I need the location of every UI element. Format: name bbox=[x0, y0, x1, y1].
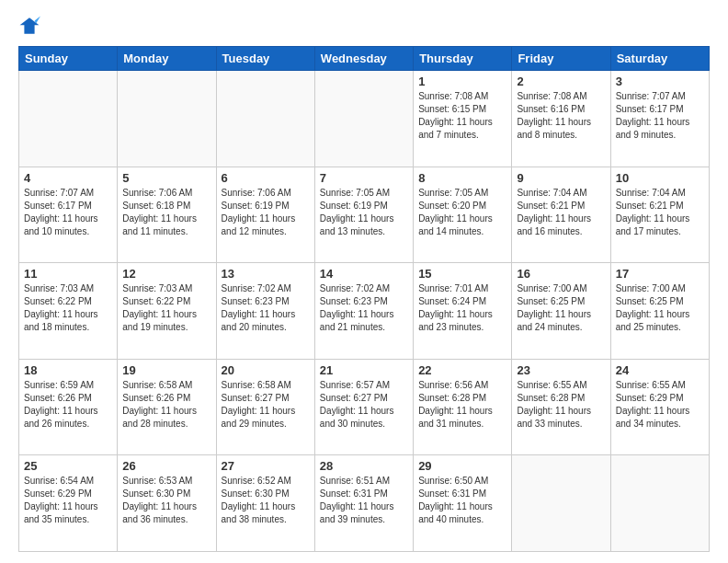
day-info: Sunrise: 7:05 AM Sunset: 6:19 PM Dayligh… bbox=[320, 187, 408, 238]
day-number: 26 bbox=[122, 459, 210, 473]
calendar-body: 1Sunrise: 7:08 AM Sunset: 6:15 PM Daylig… bbox=[19, 71, 710, 552]
day-number: 20 bbox=[222, 363, 310, 377]
day-info: Sunrise: 7:07 AM Sunset: 6:17 PM Dayligh… bbox=[616, 90, 704, 142]
day-number: 18 bbox=[24, 363, 112, 377]
day-number: 13 bbox=[222, 267, 310, 281]
calendar-cell: 13Sunrise: 7:02 AM Sunset: 6:23 PM Dayli… bbox=[216, 263, 314, 360]
calendar-cell: 26Sunrise: 6:53 AM Sunset: 6:30 PM Dayli… bbox=[118, 455, 216, 552]
day-number: 3 bbox=[616, 75, 704, 88]
day-header-thursday: Thursday bbox=[414, 47, 512, 71]
day-info: Sunrise: 6:55 AM Sunset: 6:29 PM Dayligh… bbox=[616, 379, 704, 431]
day-number: 29 bbox=[418, 459, 506, 473]
day-info: Sunrise: 7:01 AM Sunset: 6:24 PM Dayligh… bbox=[418, 282, 506, 334]
logo-bird-icon bbox=[18, 15, 40, 37]
calendar-cell: 25Sunrise: 6:54 AM Sunset: 6:29 PM Dayli… bbox=[19, 455, 118, 552]
day-info: Sunrise: 7:07 AM Sunset: 6:17 PM Dayligh… bbox=[24, 187, 112, 238]
day-info: Sunrise: 7:08 AM Sunset: 6:15 PM Dayligh… bbox=[418, 90, 506, 142]
day-info: Sunrise: 6:53 AM Sunset: 6:30 PM Dayligh… bbox=[122, 475, 210, 526]
day-number: 10 bbox=[616, 171, 704, 185]
day-info: Sunrise: 7:04 AM Sunset: 6:21 PM Dayligh… bbox=[517, 187, 605, 238]
calendar-cell: 11Sunrise: 7:03 AM Sunset: 6:22 PM Dayli… bbox=[19, 263, 118, 360]
week-row-1: 4Sunrise: 7:07 AM Sunset: 6:17 PM Daylig… bbox=[19, 167, 710, 263]
day-number: 7 bbox=[320, 171, 408, 185]
calendar-cell: 18Sunrise: 6:59 AM Sunset: 6:26 PM Dayli… bbox=[19, 359, 118, 455]
day-header-tuesday: Tuesday bbox=[216, 47, 314, 71]
week-row-0: 1Sunrise: 7:08 AM Sunset: 6:15 PM Daylig… bbox=[19, 71, 710, 167]
calendar-cell: 15Sunrise: 7:01 AM Sunset: 6:24 PM Dayli… bbox=[414, 263, 512, 360]
day-number: 4 bbox=[24, 171, 112, 185]
day-number: 28 bbox=[320, 459, 408, 473]
page: SundayMondayTuesdayWednesdayThursdayFrid… bbox=[0, 0, 728, 563]
calendar-cell bbox=[610, 455, 709, 552]
day-number: 25 bbox=[24, 459, 112, 473]
calendar-cell: 12Sunrise: 7:03 AM Sunset: 6:22 PM Dayli… bbox=[118, 263, 216, 360]
day-header-sunday: Sunday bbox=[19, 47, 118, 71]
day-info: Sunrise: 7:06 AM Sunset: 6:18 PM Dayligh… bbox=[122, 187, 210, 238]
calendar-cell: 27Sunrise: 6:52 AM Sunset: 6:30 PM Dayli… bbox=[216, 455, 314, 552]
day-number: 16 bbox=[517, 267, 605, 281]
day-info: Sunrise: 7:06 AM Sunset: 6:19 PM Dayligh… bbox=[222, 187, 310, 238]
calendar-cell: 17Sunrise: 7:00 AM Sunset: 6:25 PM Dayli… bbox=[610, 263, 709, 360]
calendar-cell: 16Sunrise: 7:00 AM Sunset: 6:25 PM Dayli… bbox=[512, 263, 610, 360]
day-info: Sunrise: 6:58 AM Sunset: 6:26 PM Dayligh… bbox=[122, 379, 210, 431]
day-info: Sunrise: 6:52 AM Sunset: 6:30 PM Dayligh… bbox=[222, 475, 310, 526]
day-number: 24 bbox=[616, 363, 704, 377]
calendar: SundayMondayTuesdayWednesdayThursdayFrid… bbox=[18, 46, 710, 552]
calendar-cell: 8Sunrise: 7:05 AM Sunset: 6:20 PM Daylig… bbox=[414, 167, 512, 263]
calendar-cell: 5Sunrise: 7:06 AM Sunset: 6:18 PM Daylig… bbox=[118, 167, 216, 263]
day-header-monday: Monday bbox=[118, 47, 216, 71]
day-number: 1 bbox=[418, 75, 506, 88]
day-info: Sunrise: 7:04 AM Sunset: 6:21 PM Dayligh… bbox=[616, 187, 704, 238]
day-info: Sunrise: 6:54 AM Sunset: 6:29 PM Dayligh… bbox=[24, 475, 112, 526]
day-info: Sunrise: 6:58 AM Sunset: 6:27 PM Dayligh… bbox=[222, 379, 310, 431]
calendar-cell: 1Sunrise: 7:08 AM Sunset: 6:15 PM Daylig… bbox=[414, 71, 512, 167]
day-info: Sunrise: 7:02 AM Sunset: 6:23 PM Dayligh… bbox=[320, 282, 408, 334]
calendar-cell: 10Sunrise: 7:04 AM Sunset: 6:21 PM Dayli… bbox=[610, 167, 709, 263]
calendar-cell bbox=[314, 71, 413, 167]
calendar-cell: 22Sunrise: 6:56 AM Sunset: 6:28 PM Dayli… bbox=[414, 359, 512, 455]
calendar-cell: 3Sunrise: 7:07 AM Sunset: 6:17 PM Daylig… bbox=[610, 71, 709, 167]
day-info: Sunrise: 6:56 AM Sunset: 6:28 PM Dayligh… bbox=[418, 379, 506, 431]
calendar-cell: 19Sunrise: 6:58 AM Sunset: 6:26 PM Dayli… bbox=[118, 359, 216, 455]
day-number: 17 bbox=[616, 267, 704, 281]
day-number: 5 bbox=[122, 171, 210, 185]
calendar-cell bbox=[216, 71, 314, 167]
calendar-header: SundayMondayTuesdayWednesdayThursdayFrid… bbox=[19, 47, 710, 71]
day-info: Sunrise: 7:00 AM Sunset: 6:25 PM Dayligh… bbox=[517, 282, 605, 334]
day-number: 15 bbox=[418, 267, 506, 281]
day-number: 12 bbox=[122, 267, 210, 281]
day-number: 19 bbox=[122, 363, 210, 377]
day-info: Sunrise: 7:05 AM Sunset: 6:20 PM Dayligh… bbox=[418, 187, 506, 238]
week-row-2: 11Sunrise: 7:03 AM Sunset: 6:22 PM Dayli… bbox=[19, 263, 710, 360]
day-number: 22 bbox=[418, 363, 506, 377]
day-number: 2 bbox=[517, 75, 605, 88]
calendar-cell: 20Sunrise: 6:58 AM Sunset: 6:27 PM Dayli… bbox=[216, 359, 314, 455]
day-info: Sunrise: 6:55 AM Sunset: 6:28 PM Dayligh… bbox=[517, 379, 605, 431]
day-number: 11 bbox=[24, 267, 112, 281]
calendar-cell: 6Sunrise: 7:06 AM Sunset: 6:19 PM Daylig… bbox=[216, 167, 314, 263]
calendar-cell: 23Sunrise: 6:55 AM Sunset: 6:28 PM Dayli… bbox=[512, 359, 610, 455]
day-header-saturday: Saturday bbox=[610, 47, 709, 71]
day-info: Sunrise: 7:02 AM Sunset: 6:23 PM Dayligh… bbox=[222, 282, 310, 334]
calendar-cell bbox=[118, 71, 216, 167]
calendar-cell: 2Sunrise: 7:08 AM Sunset: 6:16 PM Daylig… bbox=[512, 71, 610, 167]
calendar-cell bbox=[19, 71, 118, 167]
week-row-4: 25Sunrise: 6:54 AM Sunset: 6:29 PM Dayli… bbox=[19, 455, 710, 552]
header bbox=[18, 15, 710, 37]
day-info: Sunrise: 7:03 AM Sunset: 6:22 PM Dayligh… bbox=[24, 282, 112, 334]
calendar-cell: 4Sunrise: 7:07 AM Sunset: 6:17 PM Daylig… bbox=[19, 167, 118, 263]
day-info: Sunrise: 6:59 AM Sunset: 6:26 PM Dayligh… bbox=[24, 379, 112, 431]
day-number: 27 bbox=[222, 459, 310, 473]
day-number: 8 bbox=[418, 171, 506, 185]
week-row-3: 18Sunrise: 6:59 AM Sunset: 6:26 PM Dayli… bbox=[19, 359, 710, 455]
day-info: Sunrise: 6:50 AM Sunset: 6:31 PM Dayligh… bbox=[418, 475, 506, 526]
day-number: 14 bbox=[320, 267, 408, 281]
calendar-cell: 7Sunrise: 7:05 AM Sunset: 6:19 PM Daylig… bbox=[314, 167, 413, 263]
calendar-cell: 14Sunrise: 7:02 AM Sunset: 6:23 PM Dayli… bbox=[314, 263, 413, 360]
calendar-cell: 21Sunrise: 6:57 AM Sunset: 6:27 PM Dayli… bbox=[314, 359, 413, 455]
day-info: Sunrise: 6:51 AM Sunset: 6:31 PM Dayligh… bbox=[320, 475, 408, 526]
day-number: 6 bbox=[222, 171, 310, 185]
day-number: 21 bbox=[320, 363, 408, 377]
day-info: Sunrise: 6:57 AM Sunset: 6:27 PM Dayligh… bbox=[320, 379, 408, 431]
day-info: Sunrise: 7:03 AM Sunset: 6:22 PM Dayligh… bbox=[122, 282, 210, 334]
